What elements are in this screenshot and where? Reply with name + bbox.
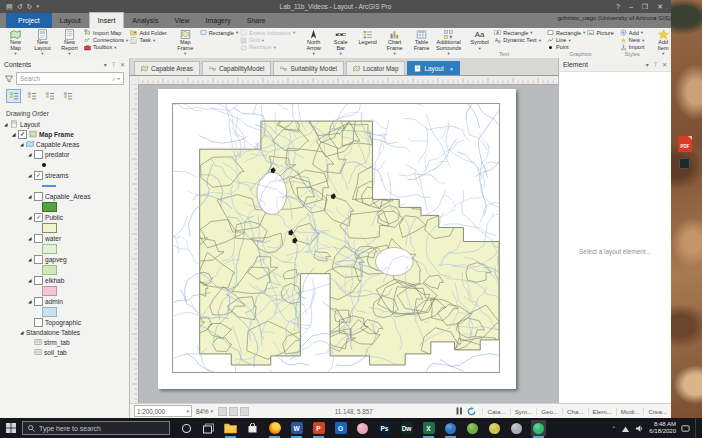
system-tray[interactable]: ⌃ 8:48 AM 6/18/2020 <box>611 418 702 438</box>
start-button[interactable] <box>0 418 22 438</box>
page-nav-icon[interactable] <box>229 407 238 416</box>
layer-item-admin[interactable]: ◢admin <box>0 296 129 306</box>
layer-item-streams[interactable]: ◢✓streams <box>0 170 129 180</box>
tray-expand-icon[interactable]: ⌃ <box>611 425 616 432</box>
pdf-file-icon[interactable]: PDF <box>678 136 692 152</box>
map-frame[interactable] <box>172 103 500 373</box>
add-folder-button[interactable]: Add Folder <box>130 29 166 36</box>
ribbon-tab-insert[interactable]: Insert <box>89 12 125 28</box>
taskbar-icon-arcglobe[interactable] <box>487 420 502 436</box>
layer-symbol-admin[interactable] <box>0 306 129 317</box>
docked-tab-elem[interactable]: Elem... <box>588 408 616 415</box>
taskbar-icon-store[interactable] <box>245 420 260 436</box>
legend-button[interactable]: Legend <box>355 29 380 46</box>
layer-item-elkhab[interactable]: ◢elkhab <box>0 275 129 285</box>
taskbar-icon-word[interactable]: W <box>289 420 304 436</box>
grid-button[interactable]: Grid▾ <box>240 36 295 43</box>
docked-tab-sym[interactable]: Sym... <box>510 408 537 415</box>
view-tab-capabilitymodel[interactable]: CapabilityModel <box>202 61 271 75</box>
import-map-button[interactable]: Import Map <box>84 29 128 36</box>
account-text[interactable]: gchristo_uago (University of Arizona GIS… <box>557 14 671 21</box>
layer-symbol-predator[interactable] <box>0 159 129 170</box>
help-button[interactable]: ? <box>616 0 620 13</box>
additional-surrounds-button[interactable]: AdditionalSurrounds▾ <box>436 29 461 57</box>
point-button[interactable]: Point <box>547 44 585 51</box>
taskbar-icon-outlook[interactable]: O <box>333 420 348 436</box>
visibility-checkbox[interactable]: ✓ <box>34 171 43 180</box>
undo-icon[interactable]: ↺ <box>17 0 23 13</box>
table-frame-button[interactable]: TableFrame <box>409 29 434 51</box>
symbol-button[interactable]: AaSymbol▾ <box>467 29 492 51</box>
ribbon-tab-project[interactable]: Project <box>6 13 52 28</box>
panel-menu-icon[interactable]: ▾ <box>646 61 649 68</box>
layer-item-soil-tab[interactable]: soil_tab <box>0 347 129 357</box>
docked-tab-crea[interactable]: Crea... <box>643 408 671 415</box>
add-button[interactable]: Add▾ <box>620 29 645 36</box>
taskbar-icon-arcscene[interactable] <box>509 420 524 436</box>
visibility-checkbox[interactable] <box>34 297 43 306</box>
visibility-checkbox[interactable] <box>34 192 43 201</box>
taskbar-icon-arccatalog[interactable] <box>465 420 480 436</box>
ribbon-tab-imagery[interactable]: Imagery <box>197 13 238 28</box>
layer-item-standalone-tables[interactable]: ◢Standalone Tables <box>0 327 129 337</box>
taskbar-search-input[interactable]: Type here to search <box>22 421 170 435</box>
view-tab-layout[interactable]: Layout× <box>407 61 460 75</box>
layer-item-gapveg[interactable]: ◢gapveg <box>0 254 129 264</box>
map-frame-button[interactable]: MapFrame▾ <box>173 29 198 57</box>
rectangle-button[interactable]: Rectangle▾ <box>547 29 585 36</box>
quick-access-toolbar[interactable]: ▤ ↺ ↻ ▾ <box>0 0 45 13</box>
close-panel-icon[interactable]: ✕ <box>662 61 667 68</box>
connections-button[interactable]: Connections▾ <box>84 36 128 43</box>
taskbar-icon-powerpoint[interactable]: P <box>311 420 326 436</box>
layer-item-public[interactable]: ◢✓Public <box>0 212 129 222</box>
visibility-checkbox[interactable] <box>34 150 43 159</box>
extent-indicators-button[interactable]: Extent Indicators▾ <box>240 29 295 36</box>
taskbar-icon-cortana[interactable] <box>179 420 194 436</box>
pause-drawing-icon[interactable] <box>456 407 463 415</box>
contents-mode-drawing-order[interactable] <box>6 89 21 103</box>
network-icon[interactable] <box>621 424 630 433</box>
taskbar-icon-firefox[interactable] <box>267 420 282 436</box>
save-icon[interactable]: ▤ <box>6 0 13 13</box>
close-tab-icon[interactable]: × <box>450 66 454 72</box>
docked-tab-cha[interactable]: Cha... <box>562 408 588 415</box>
layer-symbol-public[interactable] <box>0 222 129 233</box>
layer-item-topographic[interactable]: Topographic <box>0 317 129 327</box>
layer-symbol-streams[interactable] <box>0 180 129 191</box>
close-panel-icon[interactable]: ✕ <box>120 61 125 68</box>
line-button[interactable]: Line▾ <box>547 36 585 43</box>
layout-page[interactable] <box>158 89 516 389</box>
picture-button[interactable]: Picture <box>587 29 613 36</box>
page-nav-icon[interactable] <box>240 407 249 416</box>
layout-view[interactable] <box>130 76 558 403</box>
docked-tab-cata[interactable]: Cata... <box>482 408 509 415</box>
layer-item-capable-areas[interactable]: ◢Capable Areas <box>0 139 129 149</box>
contents-mode-editing[interactable] <box>60 89 75 103</box>
contents-mode-display-order[interactable] <box>24 89 39 103</box>
reshape-button[interactable]: Reshape▾ <box>240 44 295 51</box>
visibility-checkbox[interactable] <box>34 318 43 327</box>
docked-tab-modi[interactable]: Modi... <box>616 408 644 415</box>
visibility-checkbox[interactable]: ✓ <box>18 130 27 139</box>
scale-bar-button[interactable]: ScaleBar▾ <box>328 29 353 57</box>
taskbar-icon-arcmap[interactable] <box>443 420 458 436</box>
ribbon-tab-view[interactable]: View <box>166 13 197 28</box>
close-button[interactable]: ✕ <box>657 0 663 13</box>
visibility-checkbox[interactable] <box>34 255 43 264</box>
contents-search-input[interactable]: Search ⌕ ▾ <box>16 72 124 85</box>
taskbar-icon-photoshop[interactable]: Ps <box>377 420 392 436</box>
dynamic-text-button[interactable]: ADynamic Text▾ <box>494 36 541 43</box>
chart-frame-button[interactable]: ChartFrame▾ <box>382 29 407 57</box>
scale-selector[interactable]: 1:200,000▾ <box>134 405 192 417</box>
taskbar-clock[interactable]: 8:48 AM 6/18/2020 <box>649 421 676 435</box>
visibility-checkbox[interactable] <box>34 276 43 285</box>
desktop-shortcut-icon[interactable] <box>679 158 690 169</box>
ribbon-tab-share[interactable]: Share <box>239 13 274 28</box>
layer-symbol-water[interactable] <box>0 243 129 254</box>
taskbar-icon-pink-app[interactable] <box>355 420 370 436</box>
new-report-button[interactable]: NewReport▾ <box>57 29 82 57</box>
ribbon-tab-layout[interactable]: Layout <box>52 13 89 28</box>
layout-canvas[interactable] <box>138 84 558 403</box>
taskbar-icon-file-explorer[interactable] <box>223 420 238 436</box>
restore-button[interactable]: ❐ <box>642 0 648 13</box>
